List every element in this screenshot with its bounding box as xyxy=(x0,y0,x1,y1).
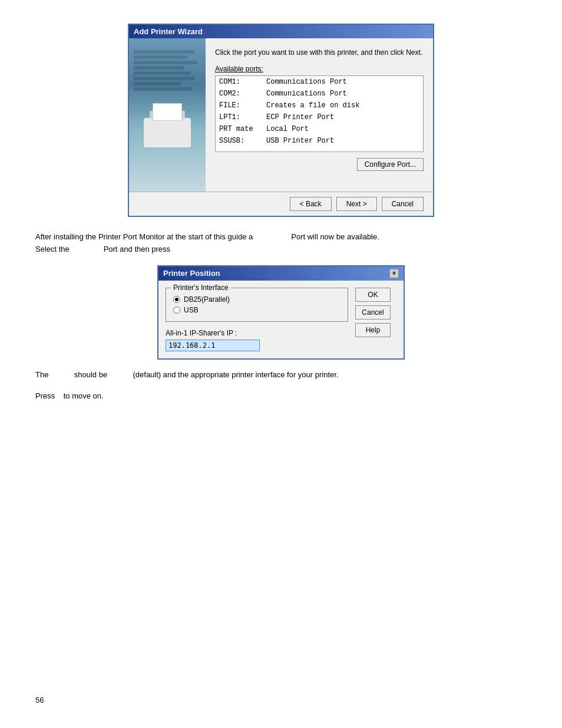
press-text: Press xyxy=(35,391,55,400)
port-name: COM1: xyxy=(219,77,266,87)
body-text-2: Select the xyxy=(35,245,70,253)
bottom-text-1: The xyxy=(35,370,48,379)
interface-legend: Printer's Interface xyxy=(171,284,231,292)
printer-position-dialog: Printer Position × Printer's Interface D… xyxy=(157,265,405,360)
wizard-image-panel xyxy=(129,38,206,192)
port-desc: Communications Port xyxy=(266,88,419,99)
page-number: 56 xyxy=(35,696,44,704)
printer-position-body: Printer's Interface DB25(Parallel) USB A… xyxy=(158,281,404,358)
port-row-prt[interactable]: PRT mate Local Port xyxy=(216,123,423,135)
bottom-text-section: The should be (default) and the appropri… xyxy=(35,369,527,381)
port-name: SSUSB: xyxy=(219,136,266,146)
port-name: LPT1: xyxy=(219,112,266,123)
port-row-ssusb[interactable]: SSUSB: USB Printer Port xyxy=(216,135,423,147)
usb-label: USB xyxy=(184,306,199,314)
body-text-1: After installing the Printer Port Monito… xyxy=(35,232,253,241)
wizard-title: Add Printer Wizard xyxy=(134,27,203,36)
cancel-button[interactable]: Cancel xyxy=(355,305,391,319)
port-row-file[interactable]: FILE: Creates a file on disk xyxy=(216,100,423,111)
wizard-content: Click the port you want to use with this… xyxy=(206,38,433,192)
wizard-footer: < Back Next > Cancel xyxy=(129,192,433,216)
port-row-com2[interactable]: COM2: Communications Port xyxy=(216,88,423,100)
port-row-com1[interactable]: COM1: Communications Port xyxy=(216,76,423,88)
port-desc: Communications Port xyxy=(266,77,419,87)
usb-option[interactable]: USB xyxy=(173,306,340,314)
port-desc: ECP Printer Port xyxy=(266,112,419,123)
bottom-text-1c: (default) and the appropriate printer in… xyxy=(133,370,338,379)
db25-option[interactable]: DB25(Parallel) xyxy=(173,295,340,304)
cancel-button[interactable]: Cancel xyxy=(382,197,424,211)
configure-port-button[interactable]: Configure Port... xyxy=(357,158,424,171)
port-desc: Creates a file on disk xyxy=(266,100,419,111)
port-name: PRT mate xyxy=(219,124,266,134)
usb-radio[interactable] xyxy=(173,307,180,314)
bottom-text-1b: should be xyxy=(74,370,107,379)
back-button[interactable]: < Back xyxy=(290,197,332,211)
ip-input[interactable] xyxy=(166,340,260,351)
db25-label: DB25(Parallel) xyxy=(184,295,230,304)
port-name: COM2: xyxy=(219,88,266,99)
paper-icon xyxy=(153,103,182,121)
db25-radio[interactable] xyxy=(173,296,180,303)
wizard-image xyxy=(129,38,206,192)
port-name: FILE: xyxy=(219,100,266,111)
port-desc: Local Port xyxy=(266,124,419,134)
bottom-text-press: Press to move on. xyxy=(35,390,527,403)
printer-position-titlebar: Printer Position × xyxy=(158,266,404,281)
next-button[interactable]: Next > xyxy=(336,197,377,211)
add-printer-wizard: Add Printer Wizard Click the port you wa… xyxy=(128,24,434,217)
press-text-b: to move on. xyxy=(64,391,104,400)
body-text-section-1: After installing the Printer Port Monito… xyxy=(35,231,527,256)
ports-listbox[interactable]: COM1: Communications Port COM2: Communic… xyxy=(215,75,424,152)
wizard-instruction: Click the port you want to use with this… xyxy=(215,48,424,58)
printer-icon xyxy=(144,118,191,147)
port-desc: USB Printer Port xyxy=(266,136,419,146)
available-ports-label: Available ports: xyxy=(215,65,424,73)
help-button[interactable]: Help xyxy=(355,323,391,337)
printer-position-buttons: OK Cancel Help xyxy=(355,288,396,351)
ip-label: All-in-1 IP-Sharer's IP : xyxy=(166,329,348,337)
wizard-titlebar: Add Printer Wizard xyxy=(129,25,433,38)
port-row-lpt1[interactable]: LPT1: ECP Printer Port xyxy=(216,111,423,123)
printer-position-left: Printer's Interface DB25(Parallel) USB A… xyxy=(166,288,348,351)
body-text-1b: Port will now be available. xyxy=(291,232,379,241)
wizard-body: Click the port you want to use with this… xyxy=(129,38,433,192)
printer-position-title: Printer Position xyxy=(163,269,220,278)
interface-group: Printer's Interface DB25(Parallel) USB xyxy=(166,288,348,322)
body-text-2b: Port and then press xyxy=(104,245,170,253)
ok-button[interactable]: OK xyxy=(355,288,391,302)
close-button[interactable]: × xyxy=(389,269,399,278)
